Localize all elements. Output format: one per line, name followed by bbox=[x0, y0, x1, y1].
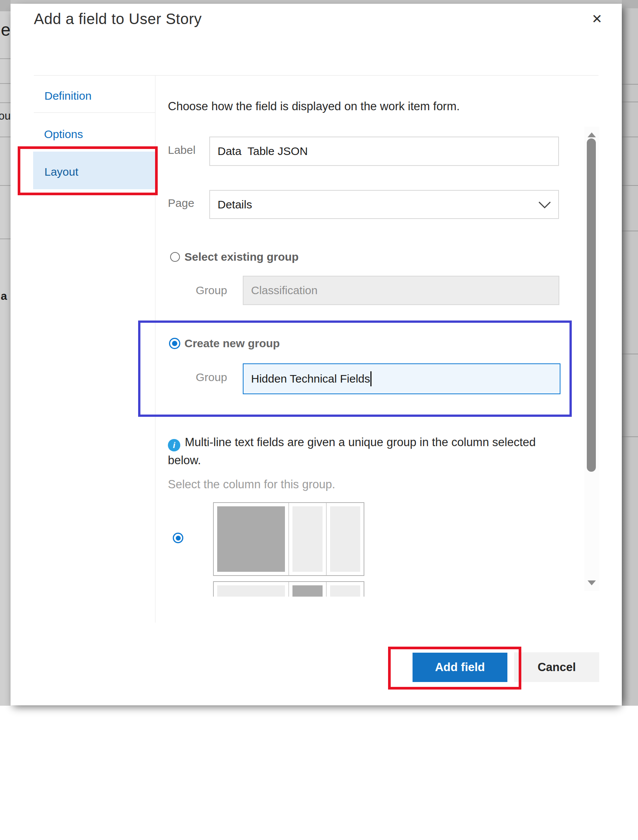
close-icon[interactable]: ✕ bbox=[587, 9, 607, 28]
tab-layout[interactable]: Layout bbox=[44, 166, 78, 178]
title-divider bbox=[34, 75, 598, 76]
chevron-down-icon bbox=[538, 201, 551, 209]
existing-group-radio[interactable] bbox=[170, 252, 180, 262]
preview-column-wide bbox=[214, 503, 288, 575]
dimmed-background-right bbox=[622, 0, 638, 706]
info-note-text: Multi-line text fields are given a uniqu… bbox=[168, 436, 536, 467]
existing-group-input-value: Classification bbox=[251, 284, 318, 297]
new-group-radio-label[interactable]: Create new group bbox=[184, 337, 280, 350]
background-row-line bbox=[622, 231, 638, 231]
background-row-line bbox=[622, 101, 638, 102]
preview-column-fill bbox=[330, 506, 360, 572]
preview-column-selected-fill bbox=[293, 585, 323, 597]
background-row-line bbox=[0, 83, 11, 84]
scroll-down-icon[interactable] bbox=[587, 580, 596, 585]
new-group-input-value: Hidden Technical Fields bbox=[251, 373, 370, 385]
background-band bbox=[0, 0, 11, 11]
preview-column-narrow bbox=[288, 582, 326, 597]
info-note: iMulti-line text fields are given a uniq… bbox=[168, 433, 552, 469]
dialog-intro-text: Choose how the field is displayed on the… bbox=[168, 100, 459, 113]
column-prompt: Select the column for this group. bbox=[168, 478, 336, 491]
add-field-button[interactable]: Add field bbox=[413, 653, 507, 682]
label-field-label: Label bbox=[168, 144, 195, 156]
tab-layout-label: Layout bbox=[44, 166, 78, 178]
background-row-line bbox=[0, 58, 11, 59]
info-icon: i bbox=[168, 439, 180, 452]
preview-column-narrow bbox=[326, 503, 364, 575]
preview-column-selected-fill bbox=[217, 506, 285, 572]
dimmed-background-top bbox=[0, 0, 638, 4]
label-input-value: Data Table JSON bbox=[218, 145, 308, 158]
preview-column-wide bbox=[214, 582, 288, 597]
add-field-dialog: Add a field to User Story ✕ Definition O… bbox=[11, 4, 622, 705]
background-row-line bbox=[0, 185, 11, 186]
background-band bbox=[622, 0, 638, 8]
background-row-line bbox=[622, 84, 638, 85]
column-option-2-preview-clipped[interactable] bbox=[213, 581, 364, 597]
page-dropdown[interactable]: Details bbox=[209, 190, 559, 219]
background-partial-text: le bbox=[0, 20, 11, 40]
scrollbar-thumb[interactable] bbox=[587, 139, 596, 472]
tab-options[interactable]: Options bbox=[44, 128, 83, 141]
tab-divider bbox=[34, 112, 155, 113]
new-group-radio[interactable] bbox=[169, 338, 180, 349]
column-option-1-preview[interactable] bbox=[213, 502, 364, 576]
background-row-line bbox=[622, 137, 638, 137]
radio-dot bbox=[172, 341, 177, 346]
background-row-line bbox=[0, 102, 11, 103]
new-group-label: Group bbox=[196, 371, 227, 384]
background-row-line bbox=[0, 238, 11, 239]
background-row-line bbox=[622, 436, 638, 437]
preview-column-fill bbox=[330, 585, 360, 597]
label-input[interactable]: Data Table JSON bbox=[209, 137, 559, 166]
dimmed-background-left: le oup a bbox=[0, 0, 11, 706]
preview-column-fill bbox=[217, 585, 285, 597]
text-cursor bbox=[370, 371, 372, 386]
background-row-line bbox=[0, 137, 11, 137]
existing-group-input: Classification bbox=[243, 276, 559, 305]
background-partial-text: a bbox=[1, 290, 7, 302]
existing-group-radio-label[interactable]: Select existing group bbox=[184, 251, 299, 263]
background-partial-text: oup bbox=[0, 110, 11, 122]
scroll-up-icon[interactable] bbox=[587, 133, 596, 137]
tab-definition[interactable]: Definition bbox=[44, 90, 92, 102]
page-field-label: Page bbox=[168, 197, 194, 210]
preview-column-fill bbox=[293, 506, 323, 572]
background-row-line bbox=[622, 354, 638, 354]
preview-column-narrow bbox=[326, 582, 364, 597]
new-group-input[interactable]: Hidden Technical Fields bbox=[243, 363, 560, 394]
screen: le oup a Add a field to User Story ✕ Def… bbox=[0, 0, 638, 840]
existing-group-label: Group bbox=[196, 284, 227, 297]
background-row-line bbox=[622, 185, 638, 186]
dialog-title: Add a field to User Story bbox=[34, 11, 202, 27]
preview-column-narrow bbox=[288, 503, 326, 575]
cancel-button[interactable]: Cancel bbox=[514, 652, 599, 682]
page-dropdown-value: Details bbox=[218, 198, 252, 211]
tabs-content-divider bbox=[155, 75, 155, 622]
column-option-1-radio[interactable] bbox=[173, 533, 183, 543]
radio-dot bbox=[176, 536, 180, 540]
